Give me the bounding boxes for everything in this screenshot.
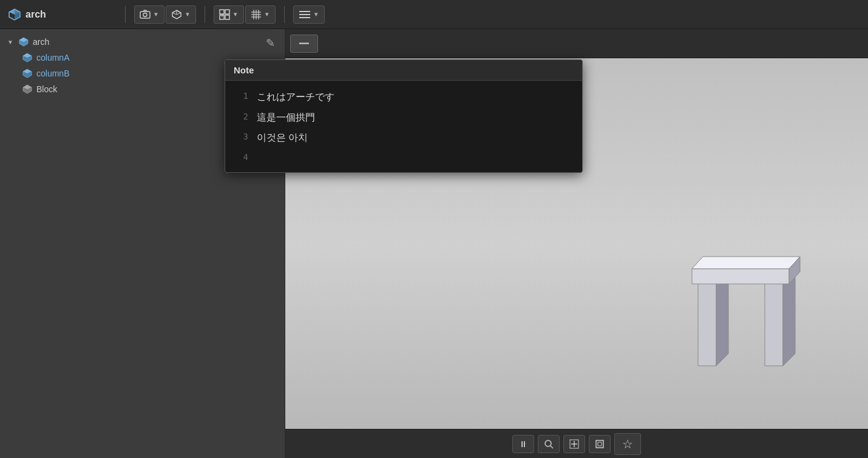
svg-point-45 <box>545 440 551 446</box>
svg-marker-43 <box>692 257 800 269</box>
camera-icon <box>140 9 151 20</box>
window-cube-icon <box>7 7 22 22</box>
bars-icon <box>299 9 311 20</box>
svg-line-46 <box>551 446 553 448</box>
note-line-num-3: 3 <box>234 130 248 143</box>
note-line-num-1: 1 <box>234 89 248 103</box>
columnA-cube-icon <box>22 52 33 63</box>
note-popup: Note 1 これはアーチです 2 這是一個拱門 3 이것은 아치 4 <box>225 59 583 173</box>
frame-icon <box>595 439 605 449</box>
star-btn[interactable]: ☆ <box>614 433 641 455</box>
viewport-mode-btn[interactable]: ━━ <box>290 35 318 53</box>
note-line-1: 1 これはアーチです <box>225 87 582 107</box>
note-line-num-2: 2 <box>234 110 248 123</box>
svg-rect-4 <box>140 12 150 18</box>
toggle-arrow-arch: ▼ <box>7 39 15 45</box>
grid2-icon <box>251 9 262 20</box>
camera-toolbar-btn[interactable]: ▼ <box>134 5 164 24</box>
svg-line-9 <box>172 13 177 15</box>
svg-marker-42 <box>692 269 789 284</box>
sidebar: ✎ ▼ arch columnA <box>0 29 285 458</box>
svg-marker-39 <box>765 281 783 366</box>
object-btn-arrow: ▼ <box>185 11 191 18</box>
viewport-top-toolbar: ━━ <box>285 29 868 58</box>
svg-rect-48 <box>596 440 603 448</box>
toolbar-group-bars: ▼ <box>293 5 325 24</box>
hierarchy-item-arch[interactable]: ▼ arch <box>0 34 285 50</box>
note-line-text-3: 이것은 아치 <box>257 130 308 146</box>
frame-btn[interactable] <box>589 435 611 453</box>
note-line-3: 3 이것은 아치 <box>225 127 582 148</box>
search-btn[interactable] <box>538 435 560 453</box>
toolbar-divider-1 <box>125 6 126 23</box>
note-line-4: 4 <box>225 148 582 166</box>
note-line-2: 2 這是一個拱門 <box>225 107 582 128</box>
toolbar-group-grid: Y ▼ ▼ <box>214 5 276 24</box>
grid-y-toolbar-btn[interactable]: Y ▼ <box>214 5 244 24</box>
viewport-bottom-bar: ⏸ ☆ <box>285 429 868 458</box>
note-popup-header: Note <box>225 60 582 81</box>
top-bar: arch ▼ ▼ <box>0 0 868 29</box>
grid2-btn-arrow: ▼ <box>264 11 270 18</box>
hierarchy-item-arch-label: arch <box>33 37 49 47</box>
bars-toolbar-btn[interactable]: ▼ <box>293 5 325 24</box>
svg-marker-2 <box>9 9 15 15</box>
svg-line-8 <box>177 13 181 15</box>
camera-btn-arrow: ▼ <box>153 11 159 18</box>
svg-rect-11 <box>225 10 229 14</box>
note-line-num-4: 4 <box>234 150 248 164</box>
arch-cube-icon <box>18 36 29 47</box>
note-line-text-2: 這是一個拱門 <box>257 110 315 126</box>
search-icon <box>544 439 554 449</box>
grid-y-icon: Y <box>219 9 230 20</box>
main-area: ✎ ▼ arch columnA <box>0 29 868 458</box>
note-line-text-1: これはアーチです <box>257 89 334 105</box>
edit-button[interactable]: ✎ <box>263 34 277 52</box>
window-title: arch <box>7 7 117 22</box>
toolbar-group-main: ▼ ▼ <box>134 5 196 24</box>
svg-point-5 <box>143 13 147 16</box>
bars-btn-arrow: ▼ <box>313 11 319 18</box>
arch-3d-object <box>686 244 807 380</box>
grid-y-btn-arrow: ▼ <box>232 11 239 18</box>
object-icon <box>171 9 182 20</box>
hierarchy-item-columnB-label: columnB <box>36 69 69 78</box>
star-icon: ☆ <box>622 437 633 451</box>
svg-text:Y: Y <box>220 13 224 18</box>
note-popup-body[interactable]: 1 これはアーチです 2 這是一個拱門 3 이것은 아치 4 <box>225 81 582 172</box>
note-popup-title: Note <box>234 65 254 75</box>
hierarchy-item-block-label: Block <box>36 84 57 94</box>
zoom-fit-btn[interactable] <box>563 435 585 453</box>
toolbar-divider-3 <box>284 6 285 23</box>
zoom-fit-icon <box>569 439 579 449</box>
pause-btn[interactable]: ⏸ <box>512 435 534 453</box>
arch-svg <box>686 244 807 378</box>
window-title-text: arch <box>25 9 46 20</box>
svg-rect-13 <box>225 15 229 19</box>
svg-marker-36 <box>698 281 716 366</box>
hierarchy-item-columnA-label: columnA <box>36 53 69 62</box>
toolbar-divider-2 <box>205 6 205 23</box>
svg-rect-49 <box>598 442 602 446</box>
columnB-cube-icon <box>22 68 33 79</box>
grid2-toolbar-btn[interactable]: ▼ <box>245 5 276 24</box>
object-toolbar-btn[interactable]: ▼ <box>166 5 196 24</box>
block-cube-icon <box>22 84 33 95</box>
